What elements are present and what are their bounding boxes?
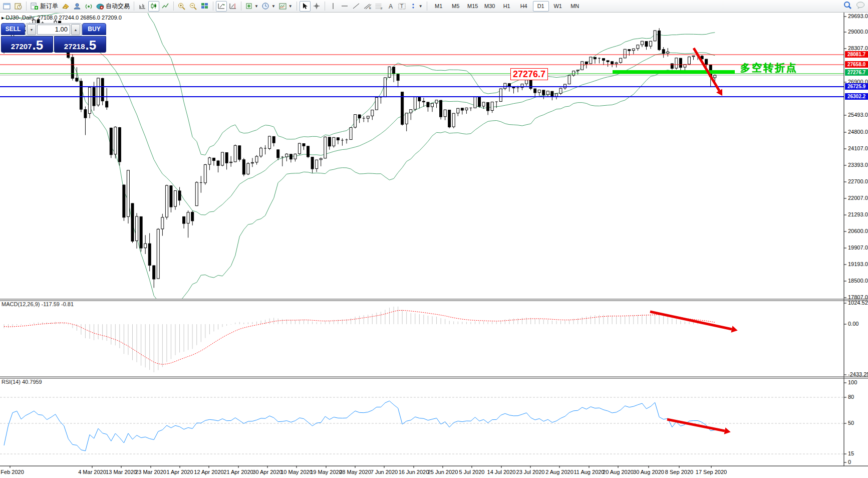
- sell-price-button[interactable]: 27207 .5: [1, 36, 53, 53]
- buy-price-main: 27218: [64, 42, 85, 51]
- mt4-terminal: { "toolbar": { "new_order_label": "新订单",…: [0, 0, 868, 478]
- sell-price-fraction: .5: [33, 40, 44, 51]
- price-level-label[interactable]: 27276.7: [510, 68, 548, 80]
- volume-input[interactable]: 1.00: [37, 25, 70, 35]
- sell-price-main: 27207: [11, 42, 32, 51]
- chart-canvas[interactable]: [0, 0, 868, 478]
- volume-decrease-button[interactable]: ▼: [27, 24, 36, 35]
- one-click-trading-panel: SELL ▼ 1.00 ▲ BUY 27207 .5 27218 .5: [1, 23, 106, 53]
- buy-price-fraction: .5: [86, 40, 97, 51]
- buy-price-button[interactable]: 27218 .5: [54, 36, 106, 53]
- sell-button[interactable]: SELL: [1, 23, 25, 35]
- buy-button[interactable]: BUY: [82, 23, 106, 35]
- pivot-point-annotation[interactable]: 多空转折点: [740, 61, 798, 75]
- volume-increase-button[interactable]: ▲: [71, 24, 80, 35]
- volume-stepper: ▼ 1.00 ▲: [26, 23, 82, 36]
